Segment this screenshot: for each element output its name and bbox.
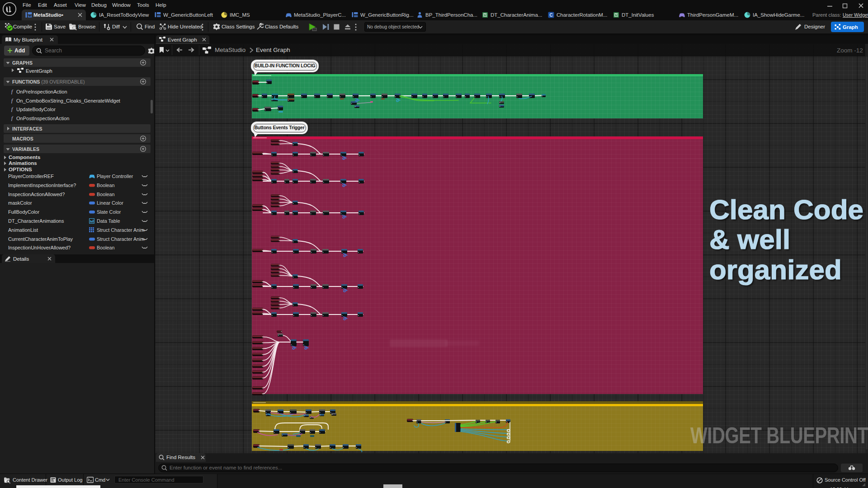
svg-text:f: f bbox=[11, 116, 14, 121]
svg-text:f: f bbox=[11, 89, 14, 94]
svg-text:C: C bbox=[549, 13, 552, 18]
svg-text:f: f bbox=[11, 107, 14, 112]
svg-text:f: f bbox=[11, 98, 14, 103]
